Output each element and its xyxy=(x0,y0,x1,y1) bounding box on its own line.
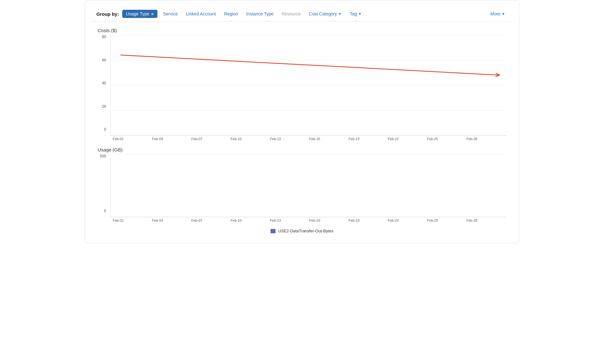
more-label: More xyxy=(490,11,500,16)
y-axis-label: 500 xyxy=(100,154,106,158)
x-axis-label xyxy=(257,219,268,222)
x-axis-label xyxy=(218,219,229,222)
more-button[interactable]: More ▼ xyxy=(488,10,508,18)
filter-resource-button[interactable]: Resource xyxy=(279,10,303,18)
x-axis-label: Feb-22 xyxy=(388,137,399,141)
usage-chart-inner xyxy=(110,154,506,217)
usage-y-axis: 0500 xyxy=(91,154,109,213)
filter-instance-type-label: Instance Type xyxy=(246,11,274,16)
filter-tag-button[interactable]: Tag ▼ xyxy=(347,10,364,18)
x-axis-label: Feb-04 xyxy=(152,137,163,141)
filter-service-button[interactable]: Service xyxy=(161,10,180,18)
x-axis-label: Feb-19 xyxy=(349,219,360,222)
x-axis-label xyxy=(453,219,464,222)
x-axis-label: Feb-13 xyxy=(270,219,281,222)
costs-bars-row xyxy=(111,35,506,135)
x-axis-label xyxy=(335,137,347,141)
costs-chart-wrapper: 020406080 Feb-01Feb-04Feb-07Feb-10Feb-13… xyxy=(91,35,513,141)
x-axis-label xyxy=(362,219,373,222)
x-axis-label: Feb-22 xyxy=(388,219,399,222)
legend-label: USE2-DataTransfer-Out-Bytes xyxy=(278,229,333,233)
filter-instance-type-button[interactable]: Instance Type xyxy=(244,10,276,18)
filter-region-label: Region xyxy=(224,11,238,16)
x-axis-label xyxy=(283,219,294,222)
usage-chart-wrapper: 0500 Feb-01Feb-04Feb-07Feb-10Feb-13Feb-1… xyxy=(91,154,513,222)
y-axis-label: 40 xyxy=(102,81,106,85)
x-axis-label xyxy=(335,219,347,222)
x-axis-label xyxy=(244,219,255,222)
usage-x-axis: Feb-01Feb-04Feb-07Feb-10Feb-13Feb-16Feb-… xyxy=(110,217,506,222)
x-axis-label xyxy=(362,137,373,141)
x-axis-label: Feb-25 xyxy=(427,137,438,141)
usage-bars-row xyxy=(111,154,506,217)
charts-area: Costs ($) 020406080 Feb-01Feb-04Feb-07Fe… xyxy=(91,21,513,236)
filter-cost-category-button[interactable]: Cost Category ▼ xyxy=(306,10,344,18)
x-axis-label xyxy=(257,137,268,141)
filter-linked-account-button[interactable]: Linked Account xyxy=(183,10,218,18)
costs-x-axis: Feb-01Feb-04Feb-07Feb-10Feb-13Feb-16Feb-… xyxy=(110,136,506,141)
filter-service-label: Service xyxy=(163,11,178,16)
costs-y-axis: 020406080 xyxy=(91,35,109,131)
x-axis-label xyxy=(178,137,190,141)
x-axis-label xyxy=(244,137,255,141)
x-axis-label: Feb-01 xyxy=(113,137,124,141)
x-axis-label xyxy=(440,137,452,141)
filter-linked-account-label: Linked Account xyxy=(186,11,216,16)
x-axis-label xyxy=(296,219,307,222)
active-filter-chip[interactable]: Usage Type × xyxy=(122,10,157,18)
x-axis-label: Feb-16 xyxy=(309,219,321,222)
group-by-bar: Group by: Usage Type × Service Linked Ac… xyxy=(91,7,513,21)
x-axis-label xyxy=(204,137,216,141)
x-axis-label: Feb-16 xyxy=(309,137,321,141)
x-axis-label xyxy=(414,137,425,141)
usage-chart-title: Usage (GB) xyxy=(91,147,513,152)
x-axis-label: Feb-28 xyxy=(466,219,478,222)
y-axis-label: 20 xyxy=(102,105,106,108)
x-axis-label: Feb-10 xyxy=(231,137,242,141)
more-chevron-icon: ▼ xyxy=(502,12,505,16)
costs-chart-section: Costs ($) 020406080 Feb-01Feb-04Feb-07Fe… xyxy=(91,28,513,141)
x-axis-label xyxy=(178,219,190,222)
x-axis-label xyxy=(165,219,176,222)
x-axis-label xyxy=(322,137,334,141)
x-axis-label xyxy=(440,219,452,222)
x-axis-label xyxy=(204,219,216,222)
filter-resource-label: Resource xyxy=(282,11,301,16)
x-axis-label xyxy=(414,219,425,222)
x-axis-label: Feb-07 xyxy=(191,219,203,222)
costs-chart-title: Costs ($) xyxy=(91,28,513,33)
x-axis-label xyxy=(165,137,176,141)
x-axis-label xyxy=(375,219,386,222)
costs-chart-inner xyxy=(110,35,506,136)
group-by-label: Group by: xyxy=(96,11,119,17)
x-axis-label xyxy=(322,219,334,222)
active-filter-label: Usage Type xyxy=(126,11,149,16)
main-container: Group by: Usage Type × Service Linked Ac… xyxy=(85,0,519,243)
y-axis-label: 60 xyxy=(102,58,106,62)
usage-chart-section: Usage (GB) 0500 Feb-01Feb-04Feb-07Feb-10… xyxy=(91,147,513,222)
x-axis-label: Feb-01 xyxy=(113,219,124,222)
x-axis-label: Feb-25 xyxy=(427,219,438,222)
x-axis-label: Feb-28 xyxy=(466,137,478,141)
legend-color-swatch xyxy=(271,229,276,233)
x-axis-label xyxy=(375,137,386,141)
cost-category-chevron-icon: ▼ xyxy=(338,12,342,16)
x-axis-label: Feb-10 xyxy=(231,219,242,222)
x-axis-label xyxy=(296,137,307,141)
x-axis-label: Feb-19 xyxy=(349,137,360,141)
x-axis-label xyxy=(126,137,137,141)
x-axis-label xyxy=(283,137,294,141)
chart-legend: USE2-DataTransfer-Out-Bytes xyxy=(91,229,513,233)
x-axis-label xyxy=(401,137,412,141)
x-axis-label xyxy=(139,137,150,141)
x-axis-label xyxy=(480,137,491,141)
x-axis-label xyxy=(126,219,137,222)
x-axis-label: Feb-04 xyxy=(152,219,163,222)
remove-filter-button[interactable]: × xyxy=(151,12,154,16)
x-axis-label xyxy=(493,137,504,141)
filter-tag-label: Tag xyxy=(350,11,357,16)
x-axis-label xyxy=(401,219,412,222)
x-axis-label xyxy=(139,219,150,222)
filter-region-button[interactable]: Region xyxy=(221,10,240,18)
x-axis-label xyxy=(218,137,229,141)
